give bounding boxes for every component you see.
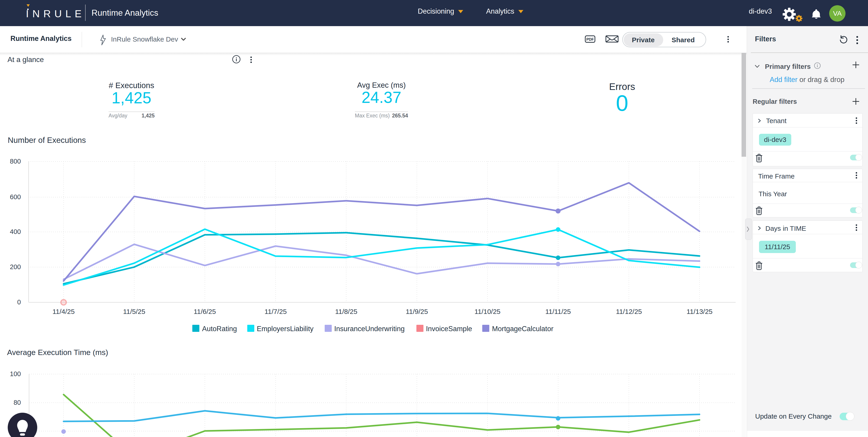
svg-text:PDF: PDF: [586, 37, 594, 41]
